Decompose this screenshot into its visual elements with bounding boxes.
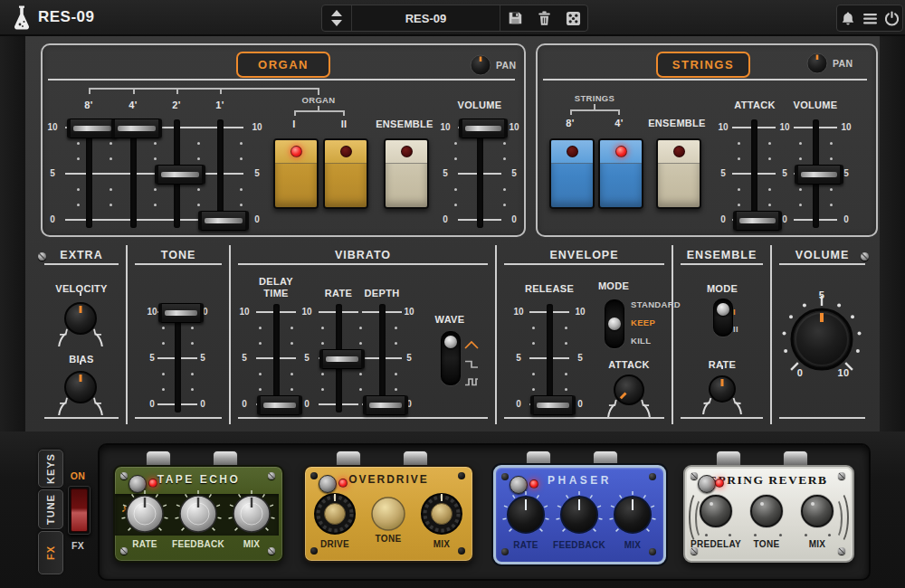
- strings-ensemble-button[interactable]: [656, 138, 701, 209]
- strings-4-button-cap: [600, 140, 642, 164]
- vibrato-delay-time-handle[interactable]: [257, 395, 302, 415]
- organ-drawbar-4-handle[interactable]: [111, 119, 162, 138]
- scale-dot: [359, 388, 362, 391]
- notifications-bell-icon[interactable]: [837, 8, 859, 28]
- scale-dot: [191, 327, 194, 329]
- sidebar-tab-tune[interactable]: TUNE: [38, 489, 63, 529]
- wave-switch[interactable]: [441, 331, 461, 385]
- organ-ii-button[interactable]: [323, 138, 368, 209]
- preset-name[interactable]: RES-09: [352, 5, 500, 31]
- left-bezel: [0, 36, 25, 432]
- divider-line: [89, 88, 319, 90]
- pedal-knob-1[interactable]: [363, 488, 414, 539]
- organ-pan-knob[interactable]: [467, 52, 494, 79]
- fx-power-rocker[interactable]: [71, 488, 88, 532]
- delete-preset-button[interactable]: [533, 8, 555, 28]
- tone-handle[interactable]: [158, 303, 204, 323]
- master-volume-knob[interactable]: [771, 289, 872, 390]
- scale-dot: [197, 188, 200, 191]
- scale-label: 10: [397, 307, 421, 318]
- scale-dot: [240, 188, 243, 191]
- pedal-knob-0[interactable]: [500, 489, 551, 540]
- menu-hamburger-icon[interactable]: [859, 8, 881, 28]
- scale-dot: [191, 388, 194, 391]
- strings-ensemble-label: ENSEMBLE: [641, 118, 713, 130]
- envelope-mode-option-keep[interactable]: KEEP: [631, 317, 678, 329]
- scale-dot: [395, 327, 397, 329]
- scale-dot: [532, 342, 535, 345]
- pedal-knob-2[interactable]: [226, 488, 277, 539]
- divider-line: [495, 245, 497, 424]
- organ-panel-title: ORGAN: [236, 52, 330, 78]
- decor-dot: [705, 534, 708, 536]
- scale-dot: [110, 157, 112, 160]
- random-preset-dice-icon[interactable]: [562, 8, 584, 28]
- pedal-knob-0[interactable]: [119, 488, 170, 539]
- velocity-knob[interactable]: [52, 290, 109, 346]
- preset-prev-button[interactable]: [331, 10, 342, 16]
- envelope-release-handle[interactable]: [530, 395, 576, 415]
- strings-volume-handle[interactable]: [795, 165, 843, 185]
- wave-option-triangle-icon[interactable]: [464, 338, 479, 350]
- fx-power-switch[interactable]: [68, 486, 90, 535]
- organ-drawbar-2-handle[interactable]: [155, 165, 205, 185]
- wave-switch-lever[interactable]: [444, 336, 457, 348]
- pedal-knob-2[interactable]: [607, 489, 658, 540]
- ensemble-mode-option-i[interactable]: I: [733, 306, 751, 318]
- pedal-knob-1[interactable]: [173, 488, 224, 539]
- scale-label: 10: [433, 122, 457, 133]
- ensemble-mode-switch-lever[interactable]: [717, 303, 729, 316]
- ensemble-mode-option-ii[interactable]: II: [733, 323, 751, 336]
- screw-icon: [268, 472, 275, 479]
- preset-next-button[interactable]: [331, 20, 342, 26]
- save-preset-button[interactable]: [504, 8, 526, 28]
- organ-drawbar-8-handle[interactable]: [67, 119, 118, 138]
- divider-line: [229, 245, 231, 424]
- organ-drawbar-label: 1': [209, 100, 231, 112]
- divider-line: [48, 79, 515, 81]
- envelope-mode-switch[interactable]: [605, 299, 624, 348]
- pedal-knob-0[interactable]: [310, 488, 360, 539]
- divider-line: [570, 109, 572, 115]
- vibrato-depth-handle[interactable]: [363, 395, 408, 415]
- ensemble-rate-knob[interactable]: [697, 364, 748, 414]
- pedal-knob-2[interactable]: [416, 488, 467, 539]
- envelope-mode-option-standard[interactable]: STANDARD: [631, 299, 678, 311]
- scale-dot: [532, 388, 535, 391]
- pedal-knob-1[interactable]: [741, 486, 792, 536]
- organ-volume-handle[interactable]: [459, 119, 508, 138]
- sidebar-tab-fx[interactable]: FX: [38, 531, 63, 574]
- vibrato-delay-label: DELAY: [249, 276, 303, 289]
- organ-i-button[interactable]: [273, 138, 319, 209]
- bias-knob[interactable]: [52, 359, 109, 415]
- strings-attack-handle[interactable]: [733, 211, 782, 231]
- scale-dot: [154, 204, 157, 206]
- scale-dot: [77, 157, 80, 160]
- strings-4-button[interactable]: [598, 138, 643, 209]
- master-volume-5-label: 5: [811, 289, 833, 302]
- ensemble-mode-switch[interactable]: [713, 299, 733, 337]
- scale-dot: [154, 157, 157, 160]
- pedal-led: [529, 479, 538, 488]
- strings-pan-knob[interactable]: [804, 50, 831, 77]
- wave-option-pulse-icon[interactable]: [464, 375, 479, 387]
- pedal-knob-1[interactable]: [554, 489, 605, 540]
- scale-dot: [321, 327, 324, 329]
- strings-8-button[interactable]: [549, 138, 595, 209]
- envelope-mode-switch-lever[interactable]: [608, 318, 621, 330]
- power-button-icon[interactable]: [881, 8, 902, 28]
- envelope-attack-knob[interactable]: [602, 363, 656, 417]
- wave-option-square-icon[interactable]: [464, 357, 479, 369]
- divider-line: [238, 263, 488, 265]
- scale-label: 0: [711, 214, 735, 225]
- envelope-mode-option-kill[interactable]: KILL: [631, 335, 678, 347]
- organ-drawbar-1-handle[interactable]: [198, 211, 249, 231]
- organ-ensemble-button[interactable]: [384, 138, 429, 209]
- vibrato-rate-handle[interactable]: [319, 349, 365, 369]
- strings-panel-title: STRINGS: [656, 52, 750, 78]
- screw-icon: [861, 252, 869, 261]
- sidebar-tab-keys[interactable]: KEYS: [38, 450, 63, 488]
- ensemble-mode-label: MODE: [695, 283, 749, 296]
- divider-line: [343, 110, 345, 116]
- scale-dot: [768, 142, 771, 145]
